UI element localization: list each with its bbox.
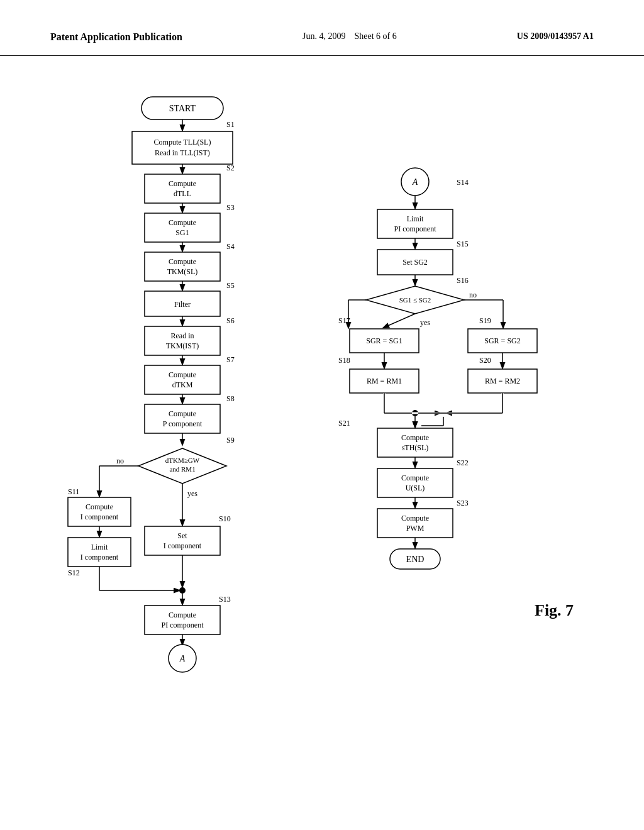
svg-text:S18: S18 <box>338 356 350 365</box>
svg-rect-33 <box>145 365 220 394</box>
svg-text:sTH(SL): sTH(SL) <box>402 443 429 452</box>
header-center: Jun. 4, 2009 Sheet 6 of 6 <box>303 31 397 42</box>
svg-text:no: no <box>116 456 124 465</box>
svg-text:yes: yes <box>187 489 197 498</box>
header-sheet: Sheet 6 of 6 <box>354 31 396 41</box>
svg-rect-4 <box>132 131 233 164</box>
svg-text:I component: I component <box>80 553 119 562</box>
svg-text:U(SL): U(SL) <box>406 484 425 492</box>
svg-text:Compute: Compute <box>169 257 196 266</box>
svg-rect-127 <box>377 468 453 497</box>
svg-text:Compute: Compute <box>401 433 429 442</box>
svg-text:PI component: PI component <box>394 224 437 233</box>
svg-rect-132 <box>377 509 453 538</box>
svg-point-67 <box>179 587 186 594</box>
svg-text:I component: I component <box>164 541 202 550</box>
svg-text:S3: S3 <box>226 203 235 212</box>
svg-text:dTLL: dTLL <box>174 189 191 198</box>
svg-line-97 <box>384 314 415 328</box>
svg-text:S22: S22 <box>457 458 469 467</box>
svg-text:SG1: SG1 <box>175 228 189 237</box>
svg-text:PWM: PWM <box>406 524 425 533</box>
svg-text:I component: I component <box>80 512 119 521</box>
svg-text:S19: S19 <box>479 316 491 325</box>
svg-text:RM = RM1: RM = RM1 <box>367 377 402 385</box>
svg-rect-9 <box>145 174 220 203</box>
svg-text:S2: S2 <box>226 163 235 172</box>
svg-rect-70 <box>145 606 220 634</box>
header: Patent Application Publication Jun. 4, 2… <box>0 0 644 56</box>
svg-text:S4: S4 <box>226 242 235 251</box>
svg-text:Compute: Compute <box>401 473 429 482</box>
svg-text:RM = RM2: RM = RM2 <box>485 377 520 385</box>
svg-text:S23: S23 <box>457 499 469 507</box>
svg-rect-63 <box>145 526 220 555</box>
svg-text:S14: S14 <box>457 178 469 187</box>
header-patent: US 2009/0143957 A1 <box>517 31 594 42</box>
svg-text:S11: S11 <box>68 487 79 496</box>
svg-text:Limit: Limit <box>407 214 424 223</box>
svg-rect-28 <box>145 326 220 355</box>
svg-text:SGR = SG2: SGR = SG2 <box>484 336 520 345</box>
svg-text:TKM(SL): TKM(SL) <box>167 267 198 276</box>
svg-text:S7: S7 <box>226 355 235 364</box>
svg-text:dTKM: dTKM <box>172 380 193 389</box>
svg-text:START: START <box>169 104 196 113</box>
svg-text:Set: Set <box>177 531 187 540</box>
svg-text:PI component: PI component <box>162 621 204 629</box>
svg-text:S10: S10 <box>219 514 231 523</box>
svg-rect-55 <box>68 538 131 567</box>
header-date: Jun. 4, 2009 <box>303 31 345 41</box>
svg-text:A: A <box>412 177 418 187</box>
svg-text:yes: yes <box>420 318 430 327</box>
svg-text:S8: S8 <box>226 394 235 403</box>
svg-rect-122 <box>377 428 453 457</box>
svg-text:S5: S5 <box>226 281 235 290</box>
svg-text:Fig. 7: Fig. 7 <box>535 601 574 619</box>
svg-rect-80 <box>377 209 453 238</box>
svg-text:Filter: Filter <box>174 300 191 309</box>
svg-rect-14 <box>145 213 220 242</box>
svg-text:SGR = SG1: SGR = SG1 <box>366 336 402 345</box>
svg-rect-19 <box>145 252 220 281</box>
svg-text:Read in: Read in <box>171 331 194 340</box>
svg-text:S6: S6 <box>226 316 235 325</box>
svg-text:S15: S15 <box>457 240 469 248</box>
svg-text:S12: S12 <box>68 568 80 577</box>
svg-text:S9: S9 <box>226 436 235 445</box>
svg-text:Compute: Compute <box>401 514 429 523</box>
svg-text:dTKM≥GW: dTKM≥GW <box>165 456 200 464</box>
svg-text:Compute: Compute <box>169 611 196 619</box>
svg-text:S20: S20 <box>479 356 491 365</box>
svg-text:Set  SG2: Set SG2 <box>402 258 428 267</box>
flowchart-area: START S1 Compute TLL(SL) Read in TLL(IST… <box>0 62 644 804</box>
svg-rect-38 <box>145 404 220 433</box>
svg-text:END: END <box>406 555 425 564</box>
svg-text:no: no <box>469 290 477 299</box>
svg-text:Limit: Limit <box>91 543 108 551</box>
svg-text:Compute: Compute <box>169 218 196 227</box>
svg-text:and RM1: and RM1 <box>169 465 195 473</box>
svg-text:S16: S16 <box>457 276 469 285</box>
svg-text:Compute TLL(SL): Compute TLL(SL) <box>154 138 211 147</box>
svg-text:Compute: Compute <box>169 370 196 379</box>
header-title: Patent Application Publication <box>50 31 182 43</box>
svg-text:TKM(IST): TKM(IST) <box>166 341 199 350</box>
svg-text:Compute: Compute <box>169 179 196 188</box>
svg-rect-51 <box>68 497 131 526</box>
svg-text:P component: P component <box>163 419 203 428</box>
svg-text:Read in TLL(IST): Read in TLL(IST) <box>155 148 210 157</box>
svg-text:S1: S1 <box>226 120 235 129</box>
page: Patent Application Publication Jun. 4, 2… <box>0 0 644 830</box>
svg-text:SG1 ≤ SG2: SG1 ≤ SG2 <box>399 296 431 304</box>
svg-text:S13: S13 <box>219 595 231 604</box>
svg-text:Compute: Compute <box>169 409 196 418</box>
svg-text:A: A <box>179 654 186 663</box>
svg-text:S21: S21 <box>338 419 350 428</box>
svg-text:Compute: Compute <box>86 502 113 511</box>
flowchart-svg: START S1 Compute TLL(SL) Read in TLL(IST… <box>0 62 644 804</box>
